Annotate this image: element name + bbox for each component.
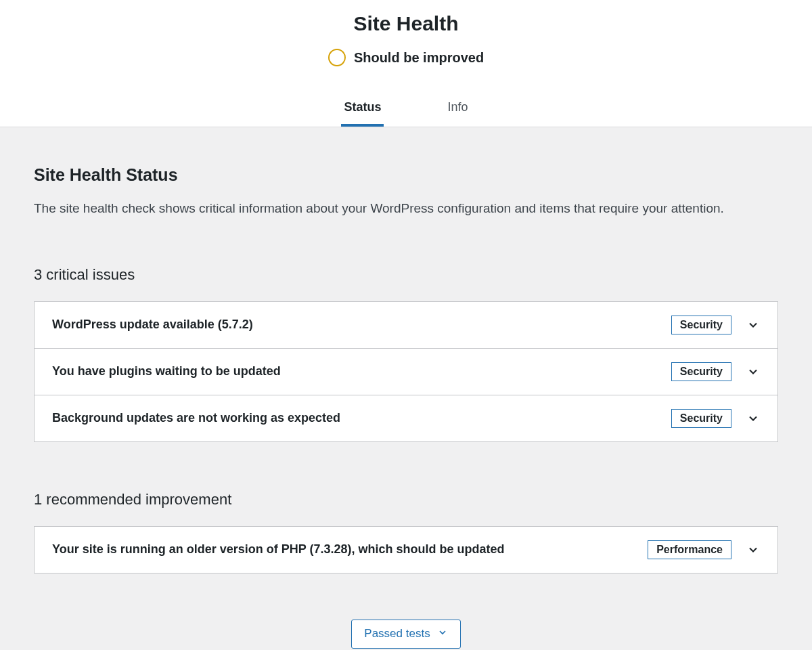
issue-badge-security: Security [671, 362, 731, 381]
tabs: Status Info [0, 92, 812, 127]
critical-issues-list: WordPress update available (5.7.2) Secur… [34, 301, 778, 442]
chevron-down-icon [746, 318, 760, 332]
passed-tests-label: Passed tests [364, 627, 430, 641]
recommended-heading: 1 recommended improvement [34, 491, 778, 508]
chevron-down-icon [437, 627, 448, 641]
issue-row[interactable]: WordPress update available (5.7.2) Secur… [35, 302, 777, 349]
header: Site Health Should be improved Status In… [0, 0, 812, 127]
issue-title: Background updates are not working as ex… [52, 411, 671, 425]
status-indicator-icon [328, 49, 346, 66]
issue-badge-security: Security [671, 409, 731, 428]
recommended-issues-list: Your site is running an older version of… [34, 526, 778, 573]
section-heading: Site Health Status [34, 165, 778, 185]
issue-badge-security: Security [671, 316, 731, 334]
issue-badge-performance: Performance [648, 540, 731, 559]
page-title: Site Health [0, 12, 812, 35]
tab-status[interactable]: Status [341, 92, 384, 127]
critical-issues-heading: 3 critical issues [34, 266, 778, 284]
status-label: Should be improved [354, 50, 484, 66]
issue-row[interactable]: Background updates are not working as ex… [35, 395, 777, 441]
section-description: The site health check shows critical inf… [34, 200, 778, 217]
chevron-down-icon [746, 365, 760, 378]
issue-row[interactable]: You have plugins waiting to be updated S… [35, 349, 777, 395]
issue-title: WordPress update available (5.7.2) [52, 318, 671, 332]
passed-tests-row: Passed tests [34, 620, 778, 649]
passed-tests-button[interactable]: Passed tests [351, 620, 460, 649]
chevron-down-icon [746, 412, 760, 425]
main-content: Site Health Status The site health check… [0, 127, 812, 650]
status-summary: Should be improved [0, 49, 812, 66]
issue-title: You have plugins waiting to be updated [52, 364, 671, 378]
chevron-down-icon [746, 543, 760, 557]
tab-info[interactable]: Info [445, 92, 470, 127]
issue-title: Your site is running an older version of… [52, 542, 648, 557]
issue-row[interactable]: Your site is running an older version of… [35, 527, 777, 573]
